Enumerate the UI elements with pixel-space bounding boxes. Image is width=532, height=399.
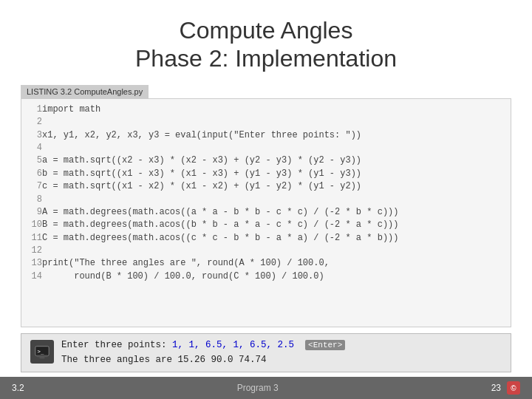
code-line: 14 round(B * 100) / 100.0, round(C * 100… [21,270,511,283]
code-line: 9A = math.degrees(math.acos((a * a - b *… [21,206,511,219]
line-code [42,194,511,206]
line-code: print("The three angles are ", round(A *… [42,257,511,270]
line-number: 3 [21,129,42,142]
footer-center: Program 3 [237,383,279,393]
slide: Compute Angles Phase 2: Implementation L… [0,0,532,399]
line-code [42,245,511,257]
line-number: 12 [21,245,42,257]
line-code: import math [42,103,511,116]
line-number: 14 [21,270,42,283]
svg-rect-3 [39,358,44,359]
footer-badge: © [507,381,520,395]
terminal-line1: Enter three points: 1, 1, 6.5, 1, 6.5, 2… [61,338,345,352]
svg-text:>_: >_ [38,348,44,355]
line-code [42,116,511,129]
line-number: 11 [21,232,42,245]
line-number: 1 [21,103,42,116]
terminal-text: Enter three points: 1, 1, 6.5, 1, 6.5, 2… [61,338,345,367]
code-line: 5a = math.sqrt((x2 - x3) * (x2 - x3) + (… [21,154,511,167]
code-line: 13print("The three angles are ", round(A… [21,257,511,270]
terminal-line2: The three angles are 15.26 90.0 74.74 [61,353,345,367]
title-area: Compute Angles Phase 2: Implementation [0,0,532,85]
line-code: c = math.sqrt((x1 - x2) * (x1 - x2) + (y… [42,180,511,193]
listing-header: LISTING 3.2 ComputeAngles.py [21,85,149,98]
code-table: 1import math23x1, y1, x2, y2, x3, y3 = e… [21,103,511,283]
code-line: 8 [21,194,511,206]
line-code: x1, y1, x2, y2, x3, y3 = eval(input("Ent… [42,129,511,142]
footer: 3.2 Program 3 23 © [0,377,532,399]
code-box: 1import math23x1, y1, x2, y2, x3, y3 = e… [21,98,511,327]
code-line: 3x1, y1, x2, y2, x3, y3 = eval(input("En… [21,129,511,142]
terminal-icon: >_ [30,340,54,364]
code-line: 1import math [21,103,511,116]
code-line: 11C = math.degrees(math.acos((c * c - b … [21,232,511,245]
line-code: round(B * 100) / 100.0, round(C * 100) /… [42,270,511,283]
terminal-box: >_ Enter three points: 1, 1, 6.5, 1, 6.5… [21,333,511,372]
line-code: C = math.degrees(math.acos((c * c - b * … [42,232,511,245]
line-number: 8 [21,194,42,206]
code-line: 12 [21,245,511,257]
line-number: 6 [21,168,42,180]
code-line: 7c = math.sqrt((x1 - x2) * (x1 - x2) + (… [21,180,511,193]
line-number: 10 [21,219,42,231]
footer-badge-text: © [511,384,516,392]
line-code: a = math.sqrt((x2 - x3) * (x2 - x3) + (y… [42,154,511,167]
line-number: 7 [21,180,42,193]
code-line: 10B = math.degrees(math.acos((b * b - a … [21,219,511,231]
footer-left: 3.2 [12,383,24,393]
line-code: B = math.degrees(math.acos((b * b - a * … [42,219,511,231]
footer-page: 23 [491,383,501,393]
line-number: 5 [21,154,42,167]
line-number: 2 [21,116,42,129]
slide-title: Compute Angles Phase 2: Implementation [30,16,502,73]
line-code [42,142,511,154]
content-area: LISTING 3.2 ComputeAngles.py 1import mat… [0,85,532,377]
code-line: 6b = math.sqrt((x1 - x3) * (x1 - x3) + (… [21,168,511,180]
line-code: b = math.sqrt((x1 - x3) * (x1 - x3) + (y… [42,168,511,180]
line-number: 13 [21,257,42,270]
code-line: 2 [21,116,511,129]
svg-rect-2 [37,355,48,358]
line-number: 4 [21,142,42,154]
line-code: A = math.degrees(math.acos((a * a - b * … [42,206,511,219]
line-number: 9 [21,206,42,219]
code-line: 4 [21,142,511,154]
footer-right: 23 © [491,381,520,395]
